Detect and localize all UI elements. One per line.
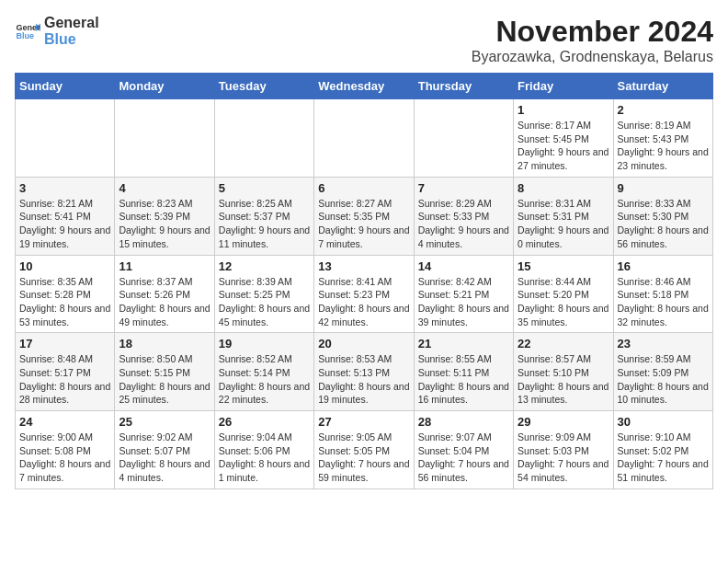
day-number: 19 (219, 337, 310, 350)
day-number: 9 (618, 181, 709, 195)
day-info: Sunrise: 8:59 AM Sunset: 5:09 PM Dayligh… (618, 352, 709, 407)
day-number: 7 (418, 181, 509, 195)
day-number: 23 (618, 337, 709, 350)
day-info: Sunrise: 8:55 AM Sunset: 5:11 PM Dayligh… (418, 352, 509, 407)
day-number: 21 (418, 337, 509, 350)
day-info: Sunrise: 9:10 AM Sunset: 5:02 PM Dayligh… (618, 431, 709, 485)
header-cell-tuesday: Tuesday (214, 74, 313, 99)
calendar-cell: 22Sunrise: 8:57 AM Sunset: 5:10 PM Dayli… (514, 333, 613, 411)
calendar-cell: 13Sunrise: 8:41 AM Sunset: 5:23 PM Dayli… (314, 255, 414, 333)
day-number: 10 (19, 259, 110, 273)
calendar-body: 1Sunrise: 8:17 AM Sunset: 5:45 PM Daylig… (16, 99, 713, 489)
logo-text-blue: Blue (44, 31, 99, 48)
day-number: 8 (518, 181, 609, 195)
day-info: Sunrise: 9:04 AM Sunset: 5:06 PM Dayligh… (219, 431, 310, 485)
day-number: 4 (119, 181, 210, 195)
day-number: 25 (119, 415, 210, 429)
day-info: Sunrise: 8:35 AM Sunset: 5:28 PM Dayligh… (19, 275, 110, 329)
calendar-cell: 23Sunrise: 8:59 AM Sunset: 5:09 PM Dayli… (613, 333, 712, 411)
day-info: Sunrise: 8:41 AM Sunset: 5:23 PM Dayligh… (318, 275, 409, 329)
calendar-week-3: 10Sunrise: 8:35 AM Sunset: 5:28 PM Dayli… (16, 255, 713, 333)
header-cell-saturday: Saturday (613, 74, 712, 99)
day-number: 13 (318, 259, 409, 273)
day-number: 30 (618, 415, 709, 429)
day-info: Sunrise: 8:29 AM Sunset: 5:33 PM Dayligh… (418, 197, 509, 251)
day-number: 12 (219, 259, 310, 273)
calendar-cell: 15Sunrise: 8:44 AM Sunset: 5:20 PM Dayli… (514, 255, 613, 333)
logo: General Blue General Blue (15, 15, 99, 47)
calendar-week-4: 17Sunrise: 8:48 AM Sunset: 5:17 PM Dayli… (16, 333, 713, 411)
calendar-cell: 6Sunrise: 8:27 AM Sunset: 5:35 PM Daylig… (314, 177, 414, 255)
calendar-cell: 10Sunrise: 8:35 AM Sunset: 5:28 PM Dayli… (16, 255, 115, 333)
day-info: Sunrise: 8:48 AM Sunset: 5:17 PM Dayligh… (19, 352, 110, 407)
header-row: SundayMondayTuesdayWednesdayThursdayFrid… (16, 74, 713, 99)
header-cell-thursday: Thursday (414, 74, 513, 99)
day-info: Sunrise: 8:52 AM Sunset: 5:14 PM Dayligh… (219, 352, 310, 407)
calendar-cell: 18Sunrise: 8:50 AM Sunset: 5:15 PM Dayli… (115, 333, 214, 411)
calendar-cell: 21Sunrise: 8:55 AM Sunset: 5:11 PM Dayli… (414, 333, 513, 411)
day-info: Sunrise: 8:27 AM Sunset: 5:35 PM Dayligh… (318, 197, 409, 251)
calendar-cell: 29Sunrise: 9:09 AM Sunset: 5:03 PM Dayli… (514, 411, 613, 489)
day-info: Sunrise: 8:39 AM Sunset: 5:25 PM Dayligh… (219, 275, 310, 329)
day-number: 26 (219, 415, 310, 429)
day-info: Sunrise: 9:05 AM Sunset: 5:05 PM Dayligh… (318, 431, 409, 485)
calendar-cell (414, 99, 513, 178)
day-number: 27 (318, 415, 409, 429)
day-info: Sunrise: 8:21 AM Sunset: 5:41 PM Dayligh… (19, 197, 110, 251)
day-info: Sunrise: 8:25 AM Sunset: 5:37 PM Dayligh… (219, 197, 310, 251)
header-cell-wednesday: Wednesday (314, 74, 414, 99)
day-info: Sunrise: 8:44 AM Sunset: 5:20 PM Dayligh… (518, 275, 609, 329)
day-number: 20 (318, 337, 409, 350)
day-info: Sunrise: 8:46 AM Sunset: 5:18 PM Dayligh… (618, 275, 709, 329)
svg-text:Blue: Blue (16, 31, 34, 40)
calendar-cell: 20Sunrise: 8:53 AM Sunset: 5:13 PM Dayli… (314, 333, 414, 411)
calendar-cell: 12Sunrise: 8:39 AM Sunset: 5:25 PM Dayli… (214, 255, 313, 333)
day-number: 2 (618, 103, 709, 117)
day-info: Sunrise: 8:53 AM Sunset: 5:13 PM Dayligh… (318, 352, 409, 407)
calendar-cell: 3Sunrise: 8:21 AM Sunset: 5:41 PM Daylig… (16, 177, 115, 255)
calendar-cell: 7Sunrise: 8:29 AM Sunset: 5:33 PM Daylig… (414, 177, 513, 255)
day-info: Sunrise: 8:33 AM Sunset: 5:30 PM Dayligh… (618, 197, 709, 251)
day-number: 3 (19, 181, 110, 195)
calendar-cell (115, 99, 214, 178)
calendar-cell: 24Sunrise: 9:00 AM Sunset: 5:08 PM Dayli… (16, 411, 115, 489)
day-number: 22 (518, 337, 609, 350)
day-info: Sunrise: 8:23 AM Sunset: 5:39 PM Dayligh… (119, 197, 210, 251)
day-number: 6 (318, 181, 409, 195)
calendar-cell: 1Sunrise: 8:17 AM Sunset: 5:45 PM Daylig… (514, 99, 613, 178)
calendar-cell: 14Sunrise: 8:42 AM Sunset: 5:21 PM Dayli… (414, 255, 513, 333)
header-cell-monday: Monday (115, 74, 214, 99)
header-cell-friday: Friday (514, 74, 613, 99)
calendar-week-1: 1Sunrise: 8:17 AM Sunset: 5:45 PM Daylig… (16, 99, 713, 178)
calendar-cell: 26Sunrise: 9:04 AM Sunset: 5:06 PM Dayli… (214, 411, 313, 489)
day-number: 11 (119, 259, 210, 273)
day-number: 14 (418, 259, 509, 273)
day-number: 1 (518, 103, 609, 117)
calendar-cell: 25Sunrise: 9:02 AM Sunset: 5:07 PM Dayli… (115, 411, 214, 489)
day-info: Sunrise: 8:42 AM Sunset: 5:21 PM Dayligh… (418, 275, 509, 329)
calendar-cell: 16Sunrise: 8:46 AM Sunset: 5:18 PM Dayli… (613, 255, 712, 333)
calendar-week-5: 24Sunrise: 9:00 AM Sunset: 5:08 PM Dayli… (16, 411, 713, 489)
calendar-cell (16, 99, 115, 178)
day-info: Sunrise: 8:31 AM Sunset: 5:31 PM Dayligh… (518, 197, 609, 251)
day-info: Sunrise: 8:50 AM Sunset: 5:15 PM Dayligh… (119, 352, 210, 407)
day-number: 18 (119, 337, 210, 350)
day-number: 5 (219, 181, 310, 195)
day-info: Sunrise: 9:09 AM Sunset: 5:03 PM Dayligh… (518, 431, 609, 485)
calendar-cell (214, 99, 313, 178)
calendar-header: SundayMondayTuesdayWednesdayThursdayFrid… (16, 74, 713, 99)
calendar-cell: 28Sunrise: 9:07 AM Sunset: 5:04 PM Dayli… (414, 411, 513, 489)
calendar-cell: 19Sunrise: 8:52 AM Sunset: 5:14 PM Dayli… (214, 333, 313, 411)
day-info: Sunrise: 9:00 AM Sunset: 5:08 PM Dayligh… (19, 431, 110, 485)
calendar-cell: 9Sunrise: 8:33 AM Sunset: 5:30 PM Daylig… (613, 177, 712, 255)
calendar-cell: 2Sunrise: 8:19 AM Sunset: 5:43 PM Daylig… (613, 99, 712, 178)
calendar-cell (314, 99, 414, 178)
day-info: Sunrise: 8:19 AM Sunset: 5:43 PM Dayligh… (618, 119, 709, 173)
day-info: Sunrise: 8:57 AM Sunset: 5:10 PM Dayligh… (518, 352, 609, 407)
calendar-cell: 11Sunrise: 8:37 AM Sunset: 5:26 PM Dayli… (115, 255, 214, 333)
day-number: 28 (418, 415, 509, 429)
calendar-table: SundayMondayTuesdayWednesdayThursdayFrid… (15, 73, 713, 489)
day-info: Sunrise: 9:07 AM Sunset: 5:04 PM Dayligh… (418, 431, 509, 485)
day-number: 15 (518, 259, 609, 273)
day-number: 17 (19, 337, 110, 350)
